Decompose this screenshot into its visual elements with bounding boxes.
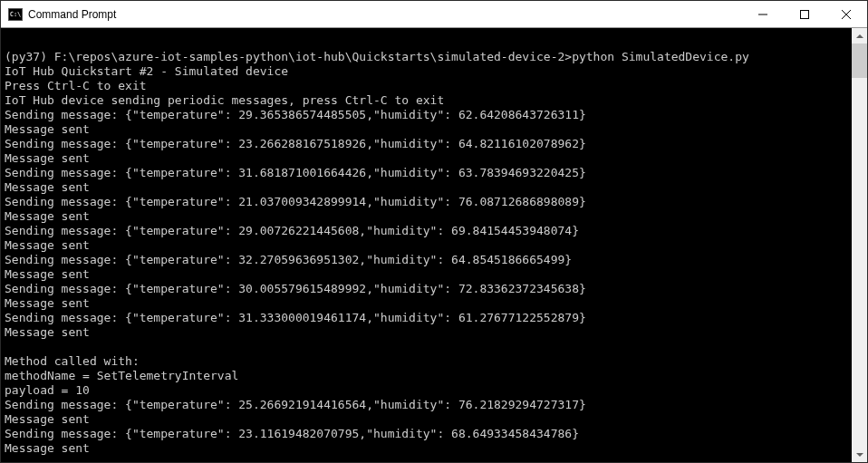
scroll-track[interactable]	[852, 43, 867, 447]
message-sent-line: Message sent	[5, 296, 848, 311]
sending-message-line: Sending message: {"temperature": 23.1161…	[5, 427, 848, 441]
sending-message-line: Sending message: {"temperature": 30.0055…	[5, 282, 848, 296]
vertical-scrollbar[interactable]	[852, 28, 867, 462]
terminal-output[interactable]: (py37) F:\repos\azure-iot-samples-python…	[1, 28, 852, 462]
blank-line	[5, 35, 848, 50]
method-call-header: Method called with:	[5, 354, 848, 369]
message-sent-line: Message sent	[5, 267, 848, 282]
sending-message-line: Sending message: {"temperature": 32.2705…	[5, 253, 848, 267]
minimize-button[interactable]	[742, 1, 784, 27]
method-name-line: methodName = SetTelemetryInterval	[5, 369, 848, 383]
message-sent-line: Message sent	[5, 151, 848, 166]
close-button[interactable]	[825, 1, 867, 27]
sending-message-line: Sending message: {"temperature": 31.6818…	[5, 166, 848, 180]
maximize-icon	[800, 10, 809, 19]
message-sent-line: Message sent	[5, 122, 848, 137]
terminal-area: (py37) F:\repos\azure-iot-samples-python…	[1, 28, 867, 462]
header-line: Press Ctrl-C to exit	[5, 79, 848, 93]
sending-message-line: Sending message: {"temperature": 21.0370…	[5, 195, 848, 209]
minimize-icon	[758, 10, 767, 19]
chevron-down-icon	[856, 453, 863, 457]
message-sent-line: Message sent	[5, 441, 848, 456]
maximize-button[interactable]	[784, 1, 825, 27]
prompt-line: (py37) F:\repos\azure-iot-samples-python…	[5, 50, 848, 64]
message-sent-line: Message sent	[5, 209, 848, 224]
sending-message-line: Sending message: {"temperature": 25.2669…	[5, 398, 848, 412]
window-title: Command Prompt	[28, 8, 742, 21]
payload-line: payload = 10	[5, 383, 848, 398]
header-line: IoT Hub Quickstart #2 - Simulated device	[5, 64, 848, 79]
blank-line	[5, 340, 848, 354]
scroll-thumb[interactable]	[852, 43, 867, 78]
close-icon	[842, 10, 851, 19]
message-sent-line: Message sent	[5, 180, 848, 195]
scroll-down-arrow[interactable]	[852, 447, 867, 462]
chevron-up-icon	[856, 34, 863, 38]
message-sent-line: Message sent	[5, 412, 848, 427]
message-sent-line: Message sent	[5, 325, 848, 340]
sending-message-line: Sending message: {"temperature": 23.2662…	[5, 137, 848, 151]
app-icon: C:\	[8, 8, 23, 21]
svg-rect-0	[801, 10, 809, 18]
scroll-up-arrow[interactable]	[852, 28, 867, 43]
message-sent-line: Message sent	[5, 238, 848, 253]
sending-message-line: Sending message: {"temperature": 29.0072…	[5, 224, 848, 238]
window-controls	[742, 1, 867, 27]
header-line: IoT Hub device sending periodic messages…	[5, 93, 848, 108]
titlebar[interactable]: C:\ Command Prompt	[1, 1, 867, 28]
sending-message-line: Sending message: {"temperature": 29.3653…	[5, 108, 848, 122]
command-prompt-window: C:\ Command Prompt (py37) F:\repos\azure…	[0, 0, 868, 463]
sending-message-line: Sending message: {"temperature": 31.3330…	[5, 311, 848, 325]
